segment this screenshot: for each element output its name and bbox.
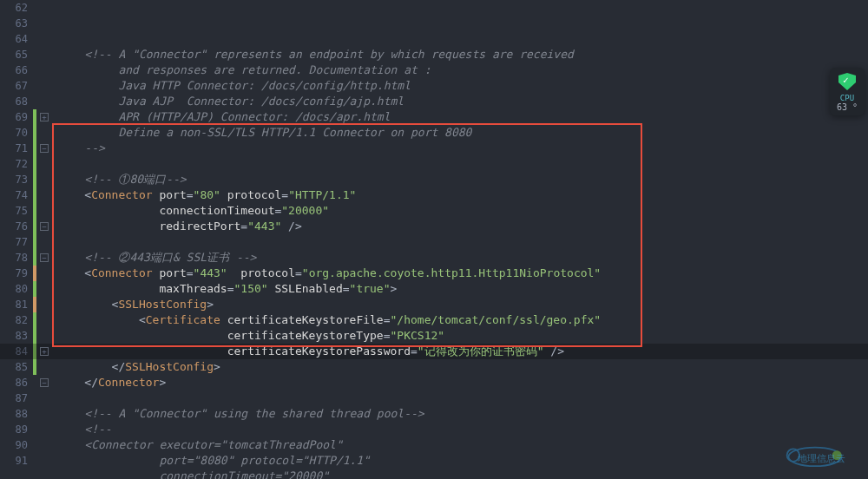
code-line[interactable]: <!-- A "Connector" using the shared thre…: [57, 406, 868, 422]
line-number[interactable]: 80: [9, 281, 28, 297]
line-number[interactable]: 87: [9, 390, 28, 406]
code-line[interactable]: redirectPort="443" />: [57, 219, 868, 234]
code-line[interactable]: <!-- ②443端口& SSL证书 -->: [57, 250, 868, 266]
code-token: Define a non-SSL/TLS HTTP/1.1 Connector …: [57, 126, 471, 139]
code-line[interactable]: [57, 156, 868, 172]
code-token: />: [281, 220, 301, 233]
code-token: =: [343, 282, 350, 295]
line-number[interactable]: 76: [9, 219, 28, 234]
code-token: Java HTTP Connector: /docs/config/http.h…: [57, 79, 411, 92]
line-number[interactable]: 90: [9, 437, 28, 453]
line-number[interactable]: 74: [9, 187, 28, 203]
code-token: SSLHostConfig: [125, 360, 214, 373]
code-line[interactable]: <!--: [57, 422, 868, 437]
code-token: =: [281, 188, 288, 201]
code-token: Connector: [91, 266, 152, 279]
code-token: connectionTimeout: [57, 204, 274, 217]
line-number[interactable]: 75: [9, 203, 28, 219]
code-token: </: [57, 360, 125, 373]
code-line[interactable]: connectionTimeout="20000": [57, 203, 868, 219]
fold-spacer: [36, 203, 52, 219]
code-line[interactable]: <!-- A "Connector" represents an endpoin…: [57, 47, 868, 62]
code-line[interactable]: </Connector>: [57, 375, 868, 390]
line-number[interactable]: 64: [9, 31, 28, 47]
code-token: "PKCS12": [391, 329, 445, 342]
line-number[interactable]: 66: [9, 62, 28, 78]
line-number[interactable]: 71: [9, 141, 28, 156]
fold-expand-icon[interactable]: [36, 109, 52, 125]
code-line[interactable]: <!-- ①80端口-->: [57, 172, 868, 187]
system-monitor-widget[interactable]: CPU 63 °: [830, 68, 865, 115]
line-number[interactable]: 63: [9, 16, 28, 31]
line-number[interactable]: 67: [9, 78, 28, 94]
code-token: <Connector executor="tomcatThreadPool": [57, 438, 343, 451]
line-number[interactable]: 82: [9, 312, 28, 328]
fold-spacer: [36, 422, 52, 437]
code-token: redirectPort: [57, 220, 240, 233]
line-number[interactable]: 69: [9, 109, 28, 125]
fold-spacer: [36, 78, 52, 94]
fold-collapse-icon[interactable]: [36, 375, 52, 390]
line-number[interactable]: 81: [9, 297, 28, 312]
fold-spacer: [36, 266, 52, 281]
fold-collapse-icon[interactable]: [36, 219, 52, 234]
code-line[interactable]: connectionTimeout="20000": [57, 469, 868, 479]
code-line[interactable]: maxThreads="150" SSLEnabled="true">: [57, 281, 868, 297]
code-line[interactable]: Java HTTP Connector: /docs/config/http.h…: [57, 78, 868, 94]
code-token: port: [153, 188, 187, 201]
code-token: -->: [57, 141, 105, 154]
fold-spacer: [36, 0, 52, 16]
code-token: >: [214, 360, 220, 373]
code-token: <!-- ①80端口-->: [57, 173, 187, 186]
line-number[interactable]: 85: [9, 359, 28, 375]
fold-collapse-icon[interactable]: [36, 141, 52, 156]
line-number[interactable]: 72: [9, 156, 28, 172]
code-line[interactable]: Java AJP Connector: /docs/config/ajp.htm…: [57, 94, 868, 109]
code-line[interactable]: </SSLHostConfig>: [57, 359, 868, 375]
code-token: =: [187, 266, 194, 279]
code-token: "org.apache.coyote.http11.Http11NioProto…: [302, 266, 601, 279]
line-number[interactable]: 77: [9, 234, 28, 250]
line-number[interactable]: 91: [9, 453, 28, 469]
code-line[interactable]: APR (HTTP/AJP) Connector: /docs/apr.html: [57, 109, 868, 125]
line-number[interactable]: 79: [9, 266, 28, 281]
line-number[interactable]: 86: [9, 375, 28, 390]
code-token: connectionTimeout="20000": [57, 469, 329, 479]
code-line[interactable]: <Connector port="443" protocol="org.apac…: [57, 266, 868, 281]
code-line[interactable]: -->: [57, 141, 868, 156]
line-number[interactable]: 88: [9, 406, 28, 422]
line-number[interactable]: 65: [9, 47, 28, 62]
fold-column[interactable]: [36, 0, 52, 479]
code-line[interactable]: certificateKeystorePassword="记得改为你的证书密码"…: [57, 344, 868, 359]
code-line[interactable]: <Connector port="80" protocol="HTTP/1.1": [57, 187, 868, 203]
code-line[interactable]: port="8080" protocol="HTTP/1.1": [57, 453, 868, 469]
fold-expand-icon[interactable]: [36, 344, 52, 359]
fold-spacer: [36, 62, 52, 78]
code-line[interactable]: and responses are returned. Documentatio…: [57, 62, 868, 78]
code-line[interactable]: [57, 234, 868, 250]
code-line[interactable]: <Certificate certificateKeystoreFile="/h…: [57, 312, 868, 328]
code-line[interactable]: <SSLHostConfig>: [57, 297, 868, 312]
fold-collapse-icon[interactable]: [36, 250, 52, 266]
code-token: "HTTP/1.1": [288, 188, 356, 201]
code-line[interactable]: <Connector executor="tomcatThreadPool": [57, 437, 868, 453]
code-token: "443": [247, 220, 281, 233]
line-number[interactable]: 78: [9, 250, 28, 266]
code-line[interactable]: Define a non-SSL/TLS HTTP/1.1 Connector …: [57, 125, 868, 141]
code-line[interactable]: certificateKeystoreType="PKCS12": [57, 328, 868, 344]
fold-spacer: [36, 390, 52, 406]
line-number[interactable]: 83: [9, 328, 28, 344]
line-number[interactable]: 70: [9, 125, 28, 141]
code-token: SSLHostConfig: [118, 298, 207, 311]
watermark-text: 地理信息云: [798, 452, 845, 465]
line-number[interactable]: 73: [9, 172, 28, 187]
code-token: "20000": [281, 204, 329, 217]
line-number[interactable]: 89: [9, 422, 28, 437]
line-number-gutter[interactable]: 6263646566676869707172737475767778798081…: [0, 0, 33, 479]
line-number[interactable]: 68: [9, 94, 28, 109]
line-number[interactable]: 62: [9, 0, 28, 16]
code-area[interactable]: <!-- A "Connector" represents an endpoin…: [52, 0, 868, 479]
code-token: <!-- A "Connector" using the shared thre…: [57, 407, 424, 420]
code-line[interactable]: [57, 390, 868, 406]
fold-spacer: [36, 172, 52, 187]
